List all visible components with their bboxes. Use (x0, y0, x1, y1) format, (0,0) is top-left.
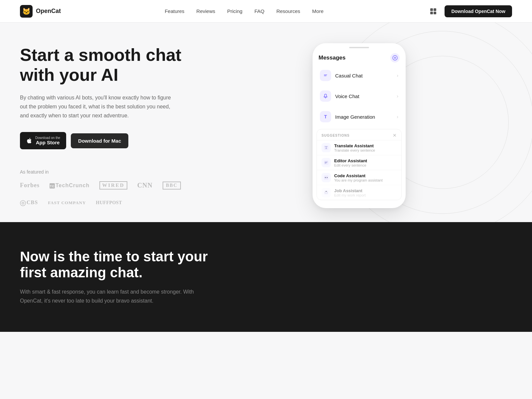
chat-icon-voice (320, 90, 331, 102)
casual-chat-chevron: › (397, 73, 398, 78)
suggestion-editor-texts: Editor Assistant Edit every sentence (334, 158, 397, 167)
featured-section: As featured in Forbes TCTechCrunch WIRED… (20, 169, 206, 206)
phone-bottom-space (313, 203, 406, 208)
appstore-small-text: Download on the (35, 136, 60, 140)
chat-item-image[interactable]: T Image Generation › (317, 107, 402, 126)
logo-fastcompany: FAST COMPANY (48, 200, 86, 205)
suggestion-translate-icon (322, 143, 331, 152)
appstore-big-text: App Store (35, 140, 60, 145)
suggestion-translate-texts: Translate Assistant Translate every sent… (334, 143, 397, 152)
hero-section: Start a smooth chat with your AI By chat… (0, 23, 532, 222)
suggestion-code-sub: You are my program assistant (334, 178, 397, 182)
logo-techcrunch: TCTechCrunch (50, 183, 89, 189)
voice-chat-chevron: › (397, 93, 398, 99)
chat-icon-image: T (320, 111, 331, 122)
phone-chat-list: Casual Chat › Voice C (313, 66, 406, 126)
suggestion-code-title: Code Assistant (334, 173, 397, 178)
image-gen-letter: T (324, 114, 327, 119)
phone-mockup: Messages (313, 43, 406, 208)
nav-item-faq[interactable]: FAQ (254, 8, 264, 14)
suggestion-code-icon (322, 173, 331, 182)
chat-item-voice[interactable]: Voice Chat › (317, 86, 402, 106)
job-icon (324, 190, 329, 195)
svg-rect-19 (324, 175, 329, 180)
logo-huffpost: HUFFPOST (96, 200, 122, 205)
suggestion-translate-sub: Translate every sentence (334, 148, 397, 152)
suggestion-job-sub: Edit my work report (334, 193, 397, 197)
nav-right: Download OpenCat Now (427, 5, 512, 17)
phone-header: Messages (313, 49, 406, 66)
chat-item-casual[interactable]: Casual Chat › (317, 66, 402, 85)
logo-wired: WIRED (99, 181, 127, 190)
navbar: 🐱 OpenCat Features Reviews Pricing FAQ R… (0, 0, 532, 23)
code-icon (324, 175, 329, 180)
nav-item-more[interactable]: More (312, 8, 324, 14)
suggestion-code-texts: Code Assistant You are my program assist… (334, 173, 397, 182)
svg-text:TC: TC (50, 185, 55, 188)
featured-logos: Forbes TCTechCrunch WIRED CNN BBC CBS FA… (20, 181, 206, 206)
logo-cnn: CNN (137, 182, 153, 189)
nav-item-resources[interactable]: Resources (276, 8, 300, 14)
chat-item-casual-left: Casual Chat (320, 70, 363, 81)
nav-item-reviews[interactable]: Reviews (197, 8, 215, 14)
logo-forbes: Forbes (20, 182, 40, 189)
svg-rect-5 (434, 12, 436, 14)
apple-icon (26, 137, 33, 144)
cbs-eye-icon (20, 200, 26, 206)
suggestions-label: SUGGESTIONS (322, 134, 349, 137)
suggestion-editor-title: Editor Assistant (334, 158, 397, 163)
hero-title: Start a smooth chat with your AI (20, 45, 206, 85)
logo-text: OpenCat (36, 8, 61, 15)
editor-icon (324, 160, 329, 165)
mac-download-button[interactable]: Download for Mac (71, 133, 128, 148)
suggestion-job-icon (322, 188, 331, 197)
chat-icon-casual (320, 70, 331, 81)
svg-rect-4 (430, 12, 433, 14)
phone-messages-title: Messages (319, 55, 345, 61)
phone-compose-icon[interactable] (390, 53, 400, 63)
nav-cta-button[interactable]: Download OpenCat Now (445, 5, 512, 17)
logo[interactable]: 🐱 OpenCat (20, 5, 61, 18)
appstore-button[interactable]: Download on the App Store (20, 132, 66, 149)
svg-rect-3 (434, 8, 436, 11)
suggestion-job-texts: Job Assistant Edit my work report (334, 188, 397, 197)
svg-point-8 (20, 200, 26, 206)
casual-chat-icon (323, 73, 328, 78)
suggestions-header: SUGGESTIONS ✕ (317, 129, 401, 140)
dark-title: Now is the time to start your first amaz… (20, 249, 219, 281)
nav-item-pricing[interactable]: Pricing (227, 8, 242, 14)
suggestion-job[interactable]: Job Assistant Edit my work report (317, 185, 401, 200)
voice-chat-name: Voice Chat (335, 93, 359, 99)
phone-suggestions: SUGGESTIONS ✕ Translate Assistant Transl… (317, 129, 402, 200)
suggestion-editor[interactable]: Editor Assistant Edit every sentence (317, 155, 401, 170)
logo-bbc: BBC (163, 182, 181, 190)
svg-rect-2 (430, 8, 433, 11)
translate-icon (324, 145, 329, 150)
suggestion-editor-sub: Edit every sentence (334, 163, 397, 167)
phone-notch (313, 43, 406, 49)
techcrunch-icon: TC (50, 183, 55, 189)
suggestions-close-button[interactable]: ✕ (393, 133, 397, 138)
logo-cbs: CBS (20, 200, 38, 206)
phone-notch-bar (349, 47, 369, 48)
dark-description: With smart & fast response, you can lear… (20, 287, 206, 305)
hero-content: Start a smooth chat with your AI By chat… (20, 45, 206, 206)
hero-buttons: Download on the App Store Download for M… (20, 132, 206, 149)
svg-point-9 (22, 202, 24, 204)
logo-icon: 🐱 (20, 5, 33, 18)
hero-description: By chating with various AI bots, you'll … (20, 93, 173, 120)
nav-item-features[interactable]: Features (165, 8, 184, 14)
suggestion-translate-title: Translate Assistant (334, 143, 397, 148)
image-gen-chevron: › (397, 114, 398, 119)
suggestion-code[interactable]: Code Assistant You are my program assist… (317, 170, 401, 185)
suggestion-translate[interactable]: Translate Assistant Translate every sent… (317, 140, 401, 155)
grid-icon[interactable] (427, 5, 439, 17)
compose-icon (392, 55, 398, 61)
featured-label: As featured in (20, 169, 206, 175)
suggestion-editor-icon (322, 158, 331, 167)
casual-chat-name: Casual Chat (335, 73, 363, 78)
svg-rect-15 (325, 94, 327, 97)
svg-text:🐱: 🐱 (22, 7, 31, 15)
suggestion-job-title: Job Assistant (334, 188, 397, 193)
chat-item-voice-left: Voice Chat (320, 90, 359, 102)
